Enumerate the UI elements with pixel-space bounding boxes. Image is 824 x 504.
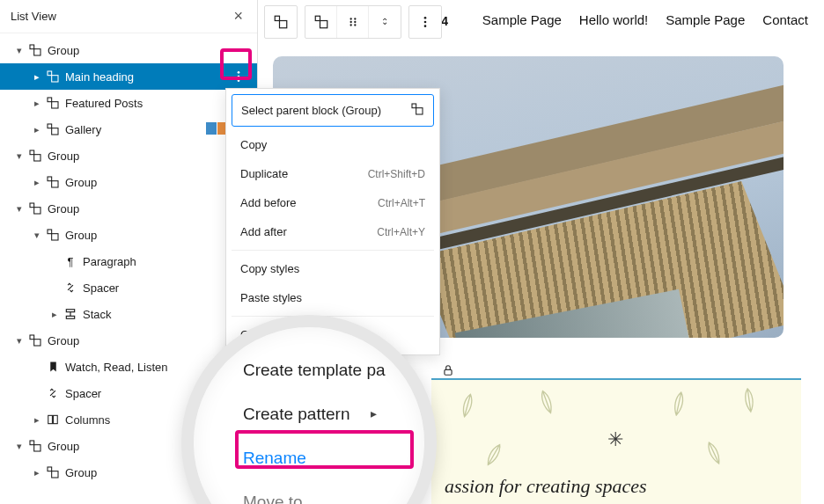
more-options-icon[interactable] (409, 6, 441, 38)
svg-rect-13 (48, 177, 52, 181)
toolbar-group-options (408, 5, 442, 39)
chevron-down-icon[interactable]: ▾ (30, 230, 44, 241)
stack-icon (62, 308, 79, 320)
svg-rect-11 (30, 150, 34, 155)
nav-link[interactable]: Sample Page (482, 12, 562, 27)
chevron-right-icon[interactable]: ▸ (48, 309, 62, 320)
svg-rect-0 (30, 45, 34, 49)
chevron-down-icon[interactable]: ▾ (12, 203, 26, 215)
svg-rect-42 (412, 104, 416, 108)
svg-rect-24 (54, 415, 58, 423)
svg-rect-27 (48, 467, 52, 471)
menu-duplicate[interactable]: DuplicateCtrl+Shift+D (232, 159, 434, 188)
group-icon[interactable] (305, 6, 337, 38)
tree-item-label: Main heading (62, 70, 227, 84)
svg-rect-30 (280, 21, 287, 28)
chevron-right-icon[interactable]: ▸ (30, 98, 44, 109)
tree-item-label: Group (44, 202, 250, 215)
menu-item-label: Paste styles (240, 291, 302, 304)
nav-link[interactable]: Contact (762, 12, 808, 27)
menu-rename[interactable]: Rename (239, 440, 403, 477)
svg-rect-29 (275, 16, 279, 20)
menu-item-label: Create template pa (243, 361, 386, 379)
toolbar-group-transform: ⌃⌄ (305, 5, 401, 39)
tree-item-group[interactable]: ▾ Group (0, 327, 257, 354)
chevron-right-icon[interactable]: ▸ (30, 124, 44, 135)
tree-item-label: Stack (79, 308, 250, 321)
svg-rect-21 (30, 335, 34, 340)
menu-add-before[interactable]: Add beforeCtrl+Alt+T (232, 188, 434, 217)
bookmark-icon (44, 361, 62, 373)
svg-point-36 (354, 21, 356, 23)
group-icon (44, 228, 62, 242)
tree-item-group[interactable]: ▾ Group (0, 195, 257, 222)
chevron-right-icon[interactable]: ▸ (30, 71, 44, 83)
chevron-down-icon[interactable]: ▾ (12, 45, 26, 56)
select-parent-button[interactable]: Select parent block (Group) (232, 94, 434, 127)
menu-shortcut: Ctrl+Shift+D (368, 168, 425, 180)
svg-rect-26 (34, 445, 40, 451)
tree-item-group[interactable]: ▸ Group (0, 169, 257, 195)
svg-rect-25 (30, 441, 34, 445)
tree-item-featured-posts[interactable]: ▸ Featured Posts (0, 90, 257, 116)
menu-item-label: Add before (240, 196, 297, 209)
menu-add-after[interactable]: Add afterCtrl+Alt+Y (232, 217, 434, 246)
svg-rect-22 (34, 340, 40, 346)
svg-rect-20 (66, 316, 74, 318)
svg-rect-19 (66, 310, 74, 312)
spacer-icon (44, 387, 62, 399)
svg-rect-7 (48, 98, 52, 102)
tree-item-main-heading[interactable]: ▸ Main heading (0, 63, 257, 90)
group-icon[interactable] (265, 6, 297, 38)
tree-item-gallery[interactable]: ▸ Gallery (0, 116, 257, 142)
group-icon (44, 96, 62, 110)
svg-point-35 (349, 21, 351, 23)
chevron-right-icon[interactable]: ▸ (30, 467, 44, 478)
svg-rect-32 (320, 21, 327, 28)
menu-copy[interactable]: Copy (232, 130, 434, 159)
tree-item-group[interactable]: ▾ Group (0, 37, 257, 63)
tree-item-group[interactable]: ▾ Group (0, 222, 257, 248)
tree-item-label: Group (44, 150, 250, 163)
move-up-down-icon[interactable]: ⌃⌄ (369, 6, 401, 38)
group-icon (26, 43, 44, 57)
asterisk-icon: ✳ (607, 428, 623, 451)
chevron-right-icon[interactable]: ▸ (30, 414, 44, 426)
svg-rect-31 (315, 16, 320, 20)
group-icon (26, 439, 44, 453)
nav-link[interactable]: Sample Page (666, 12, 745, 27)
svg-rect-23 (48, 415, 53, 423)
tree-item-spacer[interactable]: Spacer (0, 274, 257, 301)
svg-point-6 (238, 79, 240, 82)
hero-tagline: assion for creating spaces (445, 475, 647, 498)
drag-handle-icon[interactable] (337, 6, 369, 38)
tree-item-group[interactable]: ▾ Group (0, 142, 257, 169)
chevron-down-icon[interactable]: ▾ (12, 335, 26, 347)
menu-copy-styles[interactable]: Copy styles (232, 254, 434, 283)
svg-rect-43 (416, 108, 423, 114)
tree-item-stack[interactable]: ▸ Stack (0, 301, 257, 327)
menu-item-label: Move to (243, 493, 303, 504)
group-icon (410, 102, 424, 119)
chevron-down-icon[interactable]: ▾ (12, 150, 26, 162)
menu-move-to[interactable]: Move to (239, 484, 403, 504)
spacer-icon (62, 281, 79, 294)
menu-paste-styles[interactable]: Paste styles (232, 283, 434, 312)
nav-link[interactable]: Hello world! (579, 12, 648, 27)
svg-rect-18 (52, 234, 58, 240)
svg-rect-3 (52, 76, 58, 82)
more-options-icon[interactable] (227, 65, 250, 88)
block-toolbar: ⌃⌄ (264, 5, 442, 39)
chevron-right-icon[interactable]: ▸ (30, 177, 44, 188)
close-icon[interactable]: × (230, 4, 246, 29)
menu-item-label: Duplicate (240, 167, 288, 180)
svg-point-5 (238, 76, 240, 78)
svg-point-41 (424, 25, 427, 27)
tree-item-paragraph[interactable]: ¶ Paragraph (0, 248, 257, 274)
paragraph-icon: ¶ (62, 255, 79, 268)
menu-create-pattern[interactable]: Create pattern (239, 396, 403, 433)
list-view-header: List View × (0, 0, 257, 33)
svg-rect-12 (34, 155, 40, 161)
menu-create-template-part[interactable]: Create template pa (239, 352, 403, 389)
chevron-down-icon[interactable]: ▾ (12, 441, 26, 452)
